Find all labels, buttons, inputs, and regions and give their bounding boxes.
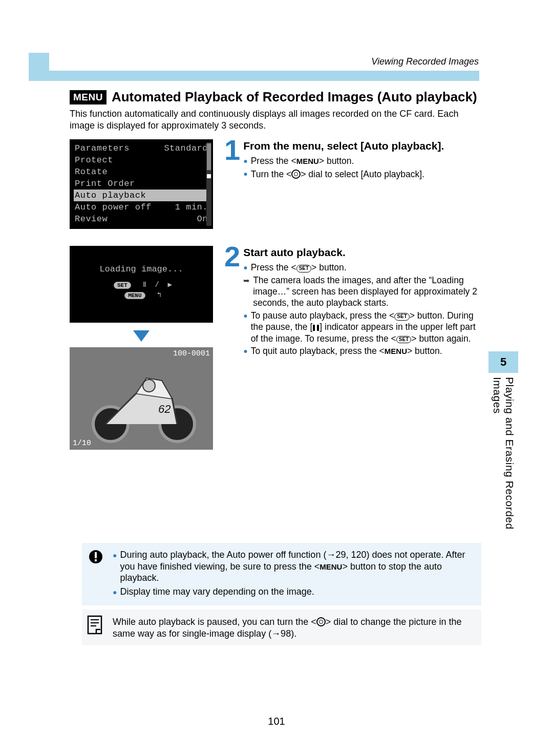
arrow-down-icon [133,330,150,342]
instruction-bullet: ●To pause auto playback, press the <SET>… [243,310,481,344]
file-number: 100-0001 [173,349,210,358]
step-1-section: ParametersStandardProtectRotatePrint Ord… [70,139,481,229]
chapter-number-tab: 5 [488,351,518,373]
loading-text: Loading image... [70,264,213,274]
set-icon: SET [296,265,311,272]
menu-item: ReviewOn [74,213,209,225]
instruction-bullet: ●Press the <MENU> button. [243,155,444,166]
step-1-title: From the menu, select [Auto playback]. [243,139,444,152]
header-accent-bar [29,71,479,81]
scrollbar-icon [206,142,211,226]
menu-item: Rotate [74,166,209,178]
caution-note: ●During auto playback, the Auto power of… [82,543,481,605]
page-title: Automated Playback of Recorded Images (A… [112,89,477,105]
instruction-bullet: ●Turn the <> dial to select [Auto playba… [243,168,444,180]
menu-item: Auto playback [74,190,209,201]
chapter-sidebar: 5 Playing and Erasing Recorded Images [488,351,518,561]
svg-text:62: 62 [158,403,171,415]
loading-screenshot: Loading image... SET Ⅱ / ▶ MENU ↰ [70,246,213,323]
set-icon: SET [394,313,409,321]
caution-bullet: ●Display time may vary depending on the … [113,586,474,598]
svg-point-3 [143,380,155,392]
caution-bullet: ●During auto playback, the Auto power of… [113,549,474,584]
step-2-title: Start auto playback. [243,246,481,259]
set-icon: SET [396,336,411,344]
dial-icon [291,170,301,179]
tip-note: While auto playback is paused, you can t… [82,610,481,645]
menu-badge: MENU [70,90,107,104]
page-title-row: MENU Automated Playback of Recorded Imag… [70,89,481,105]
menu-item: Auto power off1 min. [74,201,209,213]
set-button-label: SET [114,282,131,289]
step-number-2: 2 [224,244,240,269]
tip-text: While auto playback is paused, you can t… [113,616,474,639]
caution-icon [88,549,103,569]
menu-item: Protect [74,154,209,166]
playback-photo: <циrcle cx="80" cy="150" r="34" fill="#2… [70,347,213,450]
instruction-bullet: ●To quit auto playback, press the <MENU>… [243,345,481,356]
menu-button-label: MENU [124,292,145,299]
svg-rect-6 [95,552,97,558]
instruction-bullet: ➥The camera loads the images, and after … [243,275,481,309]
chapter-title-vertical: Playing and Erasing Recorded Images [491,377,516,561]
pause-icon [313,325,319,331]
motorcycle-illustration: <циrcle cx="80" cy="150" r="34" fill="#2… [70,347,213,450]
intro-paragraph: This function automatically and continuo… [70,108,481,131]
menu-item: Print Order [74,178,209,190]
svg-rect-8 [88,616,101,634]
menu-item: ParametersStandard [74,142,209,154]
page-number: 101 [0,716,553,727]
running-head: Viewing Recorded Images [371,56,479,67]
dial-icon [316,617,326,626]
step-number-1: 1 [224,137,240,163]
camera-menu-screenshot: ParametersStandardProtectRotatePrint Ord… [70,139,213,229]
svg-rect-7 [95,559,97,561]
note-icon [86,615,103,635]
instruction-bullet: ●Press the <SET> button. [243,262,481,273]
image-counter: 1/10 [73,439,91,448]
step-2-section: Loading image... SET Ⅱ / ▶ MENU ↰ 2 Star… [70,246,481,358]
